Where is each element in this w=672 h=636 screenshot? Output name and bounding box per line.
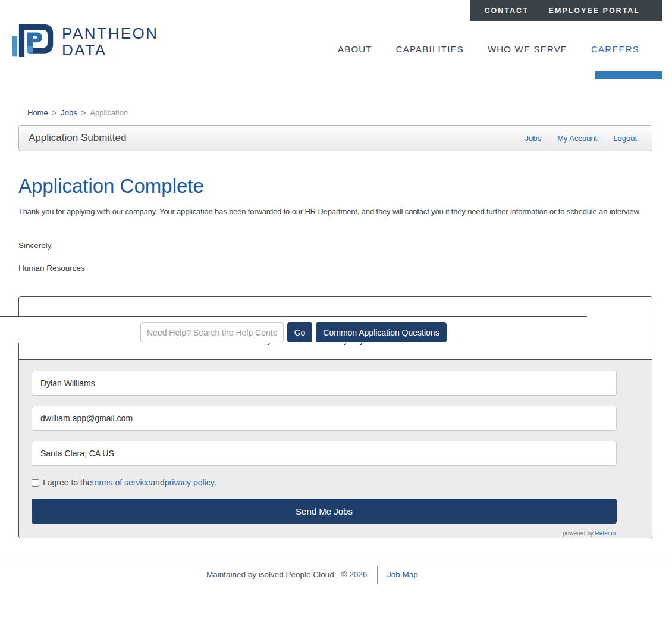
breadcrumb: Home>Jobs>Application (27, 108, 128, 117)
refer-io-link[interactable]: Refer.io (595, 530, 616, 537)
breadcrumb-current: Application (90, 108, 128, 117)
status-bar: Application Submitted Jobs My Account Lo… (18, 125, 652, 151)
location-field[interactable] (32, 441, 617, 466)
nav-who-we-serve[interactable]: WHO WE SERVE (488, 44, 567, 54)
brand[interactable]: PANTHEON DATA (11, 23, 159, 60)
name-field[interactable] (32, 371, 617, 396)
account-links: Jobs My Account Logout (517, 129, 645, 147)
employee-portal-link[interactable]: EMPLOYEE PORTAL (549, 7, 640, 15)
breadcrumb-separator: > (52, 108, 57, 117)
sign-off: Sincerely, (18, 241, 53, 250)
footer-vertical-divider (377, 566, 378, 584)
common-application-questions-button[interactable]: Common Application Questions (316, 322, 447, 342)
agree-text-suffix: . (215, 478, 217, 487)
agree-row: I agree to the terms of service and priv… (32, 478, 217, 487)
email-field[interactable] (32, 406, 617, 431)
agree-text-middle: and (150, 478, 164, 487)
page-title: Application Complete (18, 175, 204, 198)
footer-divider-line (9, 560, 663, 560)
send-me-jobs-button[interactable]: Send Me Jobs (32, 499, 617, 524)
nav-about[interactable]: ABOUT (338, 44, 372, 54)
powered-by: powered by Refer.io (563, 530, 616, 537)
help-bar: Go Common Application Questions (0, 316, 587, 343)
confirmation-text: Thank you for applying with our company.… (18, 206, 642, 217)
pantheon-data-logo-icon (11, 23, 55, 60)
help-go-button[interactable]: Go (287, 322, 312, 342)
brand-name: PANTHEON DATA (62, 25, 159, 58)
brand-line2: DATA (62, 41, 106, 59)
status-title: Application Submitted (29, 132, 126, 144)
agree-text-prefix: I agree to the (43, 478, 92, 487)
page: CONTACT EMPLOYEE PORTAL PANTHEON DATA AB… (0, 0, 672, 636)
jobs-link[interactable]: Jobs (517, 129, 549, 147)
footer: Maintained by isolved People Cloud - © 2… (0, 565, 672, 591)
sign-name: Human Resources (18, 264, 85, 272)
utility-bar: CONTACT EMPLOYEE PORTAL (470, 0, 662, 21)
privacy-policy-link[interactable]: privacy policy (165, 478, 215, 487)
nav-capabilities[interactable]: CAPABILITIES (396, 44, 464, 54)
contact-link[interactable]: CONTACT (484, 7, 528, 15)
job-map-link[interactable]: Job Map (387, 570, 418, 579)
help-search-input[interactable] (140, 322, 284, 342)
main-nav: ABOUT CAPABILITIES WHO WE SERVE CAREERS (338, 44, 639, 54)
widget-form-area: I agree to the terms of service and priv… (19, 359, 652, 538)
powered-by-text: powered by (563, 530, 595, 537)
breadcrumb-separator: > (81, 108, 86, 117)
brand-line1: PANTHEON (62, 24, 159, 42)
logout-link[interactable]: Logout (605, 129, 645, 147)
my-account-link[interactable]: My Account (549, 129, 605, 147)
nav-careers[interactable]: CAREERS (591, 44, 639, 54)
breadcrumb-home[interactable]: Home (27, 108, 48, 117)
agree-checkbox[interactable] (32, 479, 39, 487)
breadcrumb-jobs[interactable]: Jobs (61, 108, 77, 117)
careers-active-indicator (595, 71, 662, 79)
terms-of-service-link[interactable]: terms of service (92, 478, 151, 487)
footer-maintained-text: Maintained by isolved People Cloud - © 2… (206, 570, 367, 579)
